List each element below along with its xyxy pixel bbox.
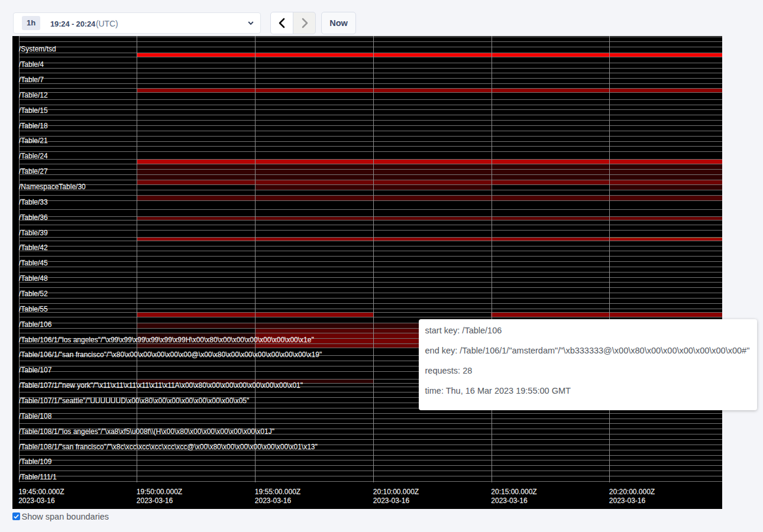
svg-text:/Table/48: /Table/48 xyxy=(19,274,48,283)
svg-text:2023-03-16: 2023-03-16 xyxy=(609,497,646,505)
svg-text:20:10:00.000Z: 20:10:00.000Z xyxy=(373,488,419,496)
svg-text:/Table/106: /Table/106 xyxy=(19,320,52,329)
svg-text:19:55:00.000Z: 19:55:00.000Z xyxy=(255,488,300,496)
svg-text:19:45:00.000Z: 19:45:00.000Z xyxy=(18,488,64,496)
svg-text:/Table/109: /Table/109 xyxy=(19,458,52,466)
svg-text:2023-03-16: 2023-03-16 xyxy=(18,497,55,505)
svg-text:/System/tsd: /System/tsd xyxy=(19,45,56,53)
svg-text:2023-03-16: 2023-03-16 xyxy=(491,497,528,505)
svg-text:/Table/111/1: /Table/111/1 xyxy=(19,473,57,481)
svg-text:/Table/4: /Table/4 xyxy=(19,60,44,69)
svg-text:/Table/7: /Table/7 xyxy=(19,76,44,84)
svg-text:/Table/42: /Table/42 xyxy=(19,244,48,252)
svg-text:/Table/108: /Table/108 xyxy=(19,412,52,420)
svg-text:/Table/18: /Table/18 xyxy=(19,122,48,130)
svg-text:2023-03-16: 2023-03-16 xyxy=(373,497,410,505)
svg-text:/Table/27: /Table/27 xyxy=(19,167,48,176)
svg-text:/Table/107: /Table/107 xyxy=(19,366,52,374)
svg-text:/Table/24: /Table/24 xyxy=(19,152,48,160)
svg-text:/Table/21: /Table/21 xyxy=(19,137,48,145)
svg-text:/Table/108/1/"san francisco"/": /Table/108/1/"san francisco"/"\x8c\xcc\x… xyxy=(19,443,318,451)
svg-text:/Table/55: /Table/55 xyxy=(19,305,48,313)
svg-text:/Table/107/1/"new york"/"\x11\: /Table/107/1/"new york"/"\x11\x11\x11\x1… xyxy=(19,381,303,390)
svg-text:2023-03-16: 2023-03-16 xyxy=(137,497,173,505)
svg-text:2023-03-16: 2023-03-16 xyxy=(255,497,292,505)
svg-text:/Table/12: /Table/12 xyxy=(19,91,48,99)
svg-text:/Table/39: /Table/39 xyxy=(19,229,48,237)
svg-text:/Table/15: /Table/15 xyxy=(19,106,48,115)
svg-text:/Table/45: /Table/45 xyxy=(19,259,48,267)
svg-text:/Table/106/1/"san francisco"/": /Table/106/1/"san francisco"/"\x80\x00\x… xyxy=(19,351,322,359)
svg-text:/Table/36: /Table/36 xyxy=(19,213,48,222)
svg-text:/Table/108/1/"los angeles"/"\x: /Table/108/1/"los angeles"/"\xa8\xf5\u00… xyxy=(19,427,274,436)
svg-text:/Table/33: /Table/33 xyxy=(19,198,48,206)
svg-text:/Table/107/1/"seattle"/"UUUUUU: /Table/107/1/"seattle"/"UUUUUUD\x00\x80\… xyxy=(19,397,249,405)
svg-text:19:50:00.000Z: 19:50:00.000Z xyxy=(137,488,182,496)
svg-text:/NamespaceTable/30: /NamespaceTable/30 xyxy=(19,183,86,191)
svg-text:20:15:00.000Z: 20:15:00.000Z xyxy=(491,488,536,496)
svg-text:/Table/52: /Table/52 xyxy=(19,290,48,298)
svg-text:/Table/106/1/"los angeles"/"\x: /Table/106/1/"los angeles"/"\x99\x99\x99… xyxy=(19,336,314,344)
svg-text:20:20:00.000Z: 20:20:00.000Z xyxy=(609,488,655,496)
